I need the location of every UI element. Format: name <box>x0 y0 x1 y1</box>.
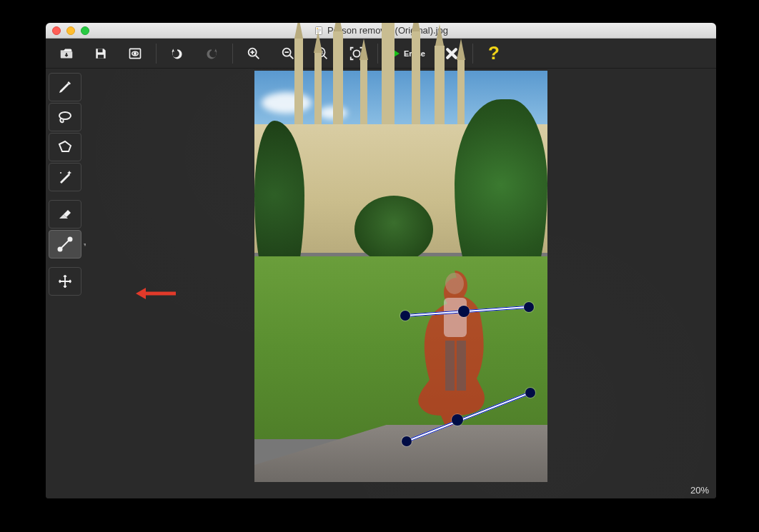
zoom-in-button[interactable] <box>237 41 270 66</box>
zoom-window-button[interactable] <box>81 26 89 35</box>
magic-wand-tool[interactable] <box>49 163 81 191</box>
svg-rect-18 <box>444 298 467 337</box>
svg-point-6 <box>134 52 137 54</box>
eraser-icon <box>56 206 74 223</box>
help-icon: ? <box>487 44 500 63</box>
marker-tool[interactable] <box>49 73 81 101</box>
guide-handle[interactable] <box>400 311 410 321</box>
image-canvas[interactable] <box>254 71 547 482</box>
lasso-icon <box>56 109 74 126</box>
guide-handle[interactable] <box>402 436 412 446</box>
svg-rect-19 <box>445 341 455 391</box>
line-tool[interactable]: ▾ <box>49 230 81 259</box>
guide-handle[interactable] <box>452 414 463 426</box>
preview-button[interactable] <box>119 41 152 66</box>
help-button[interactable]: ? <box>477 41 510 66</box>
svg-point-14 <box>60 172 61 174</box>
window-title: Person removal (Original).jpg <box>46 25 716 36</box>
eraser-tool[interactable] <box>49 200 81 229</box>
app-window: Person removal (Original).jpg <box>46 23 716 498</box>
redo-icon <box>204 46 219 61</box>
open-icon <box>59 46 74 61</box>
toolbar-separator <box>156 44 157 64</box>
minimize-window-button[interactable] <box>66 26 75 35</box>
svg-rect-2 <box>98 49 103 52</box>
toolbar-separator <box>377 44 378 64</box>
polygon-lasso-tool[interactable] <box>49 133 81 161</box>
guide-handle[interactable] <box>458 306 470 317</box>
guide-handle[interactable] <box>525 388 535 398</box>
line-icon <box>56 236 74 253</box>
svg-rect-3 <box>98 54 104 58</box>
workspace: ▾ <box>46 69 716 498</box>
marker-icon <box>56 79 74 96</box>
save-icon <box>94 46 108 61</box>
selection-mask <box>415 269 494 426</box>
zoom-fit-button[interactable] <box>340 41 373 66</box>
svg-point-13 <box>59 112 71 119</box>
svg-text:?: ? <box>488 44 500 63</box>
toolbar-separator <box>472 44 473 64</box>
svg-rect-20 <box>457 341 466 391</box>
polygon-icon <box>56 139 74 156</box>
lasso-tool[interactable] <box>49 103 81 131</box>
top-toolbar: 1:1 Erase ? <box>46 39 716 69</box>
titlebar: Person removal (Original).jpg <box>46 23 716 39</box>
toolbar-separator <box>232 44 233 64</box>
preview-icon <box>127 46 143 61</box>
canvas-area[interactable]: 20% <box>86 69 716 498</box>
close-window-button[interactable] <box>52 26 61 35</box>
zoom-level: 20% <box>690 485 709 496</box>
guide-handle[interactable] <box>524 302 534 312</box>
zoom-out-icon <box>280 46 296 61</box>
open-button[interactable] <box>50 41 83 66</box>
magic-wand-icon <box>56 169 74 186</box>
svg-point-1 <box>317 28 318 29</box>
svg-point-17 <box>445 273 464 294</box>
window-controls <box>46 26 89 35</box>
undo-button[interactable] <box>161 41 194 66</box>
move-icon <box>57 273 73 289</box>
save-button[interactable] <box>84 41 117 66</box>
tool-sidebar: ▾ <box>46 69 86 498</box>
redo-button[interactable] <box>195 41 228 66</box>
zoom-in-icon <box>246 46 262 61</box>
undo-icon <box>169 46 185 61</box>
move-tool[interactable] <box>49 267 81 296</box>
